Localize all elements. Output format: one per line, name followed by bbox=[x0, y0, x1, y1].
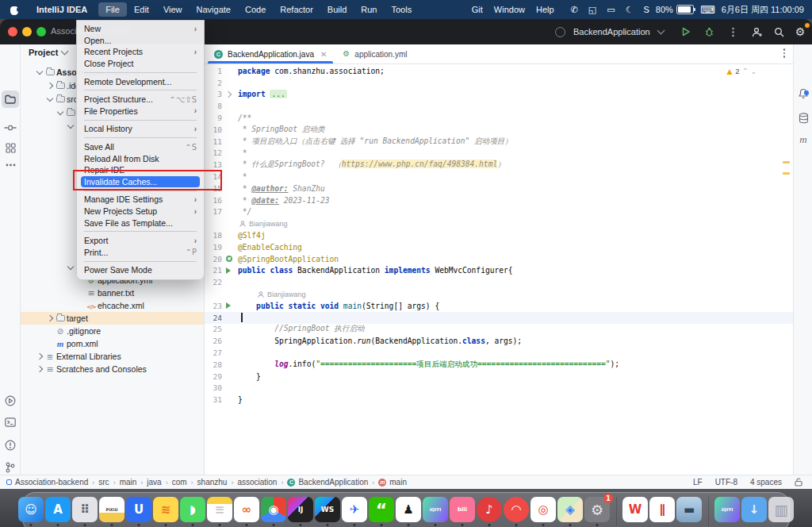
zoom-window-button[interactable] bbox=[36, 27, 46, 37]
evernote-icon[interactable]: ☾ bbox=[626, 6, 634, 14]
menubar-menu-build[interactable]: Build bbox=[320, 2, 354, 17]
breadcrumb-item-java[interactable]: java bbox=[147, 478, 161, 487]
menubar-menu-tools[interactable]: Tools bbox=[385, 2, 419, 17]
dock-icon-tencent-meeting[interactable]: ✈ bbox=[342, 497, 367, 522]
tree-item-external-libraries[interactable]: External Libraries bbox=[21, 350, 205, 363]
tab-options-kebab-icon[interactable] bbox=[783, 48, 786, 58]
scrollbar-warning-mark[interactable] bbox=[783, 161, 790, 163]
dock-icon-minimized-window-preview[interactable]: ▬ bbox=[676, 497, 702, 522]
close-tab-icon[interactable]: ✕ bbox=[320, 50, 327, 59]
more-tools-icon[interactable] bbox=[0, 163, 21, 167]
dock-icon-bilibili[interactable]: bili bbox=[450, 497, 475, 522]
run-configuration-widget[interactable]: BackendApplication bbox=[555, 19, 741, 44]
menubar-menu-window[interactable]: Window bbox=[488, 2, 530, 17]
dock-icon-trash[interactable]: ▥ bbox=[768, 497, 794, 522]
tree-chevron-icon[interactable] bbox=[36, 367, 44, 371]
menubar-menu-git[interactable]: Git bbox=[466, 2, 488, 17]
debug-button[interactable] bbox=[702, 24, 718, 40]
dock-icon-iqiyi-minimized[interactable]: iQIYI bbox=[714, 497, 740, 522]
breadcrumb-item-src[interactable]: src bbox=[98, 478, 109, 487]
menubar-menu-code[interactable]: Code bbox=[238, 2, 273, 17]
dock-icon-white-rings-app[interactable]: ◎ bbox=[530, 497, 556, 522]
add-user-icon[interactable] bbox=[749, 24, 765, 40]
menu-item-remote-development[interactable]: Remote Development... bbox=[77, 75, 204, 87]
dock-icon-pixiu[interactable]: PiXiU bbox=[99, 497, 124, 522]
dock-icon-iqiyi[interactable]: iQIYI bbox=[423, 497, 448, 522]
dock-icon-parallels-desktop[interactable]: ∥ bbox=[649, 497, 675, 522]
maven-tool-icon[interactable]: m bbox=[794, 133, 812, 146]
menubar-menu-file[interactable]: File bbox=[98, 2, 127, 17]
tab-backendapplication-java[interactable]: CBackendApplication.java✕ bbox=[206, 44, 335, 63]
fold-gutter-icon[interactable] bbox=[225, 91, 232, 98]
menu-item-file-properties[interactable]: File Properties› bbox=[77, 106, 204, 117]
tree-item-banner-txt[interactable]: banner.txt bbox=[21, 287, 205, 299]
statusbar-4-spaces[interactable]: 4 spaces bbox=[750, 478, 782, 487]
breadcrumb-item-shanzhu[interactable]: shanzhu bbox=[197, 478, 228, 487]
dock-icon-system-settings[interactable]: ⚙1 bbox=[584, 497, 610, 522]
menubar-datetime[interactable]: 6月6日 周四 11:00:09 bbox=[722, 4, 804, 16]
tree-chevron-icon[interactable] bbox=[36, 71, 44, 74]
tree-chevron-icon[interactable] bbox=[46, 316, 54, 321]
run-gutter-icon[interactable] bbox=[226, 267, 231, 274]
tree-chevron-icon[interactable] bbox=[67, 266, 75, 269]
tree-chevron-icon[interactable] bbox=[36, 354, 44, 359]
run-gutter-icon[interactable] bbox=[226, 302, 231, 309]
close-window-button[interactable] bbox=[8, 27, 17, 37]
tree-chevron-icon[interactable] bbox=[67, 125, 75, 128]
menu-item-export[interactable]: Export› bbox=[77, 235, 204, 247]
project-panel-header[interactable]: Project bbox=[29, 48, 67, 57]
run-config-name[interactable]: BackendApplication bbox=[573, 27, 650, 37]
search-icon[interactable] bbox=[771, 24, 787, 40]
menu-item-new[interactable]: New› bbox=[77, 23, 204, 35]
lock-icon[interactable] bbox=[795, 478, 802, 487]
menu-item-new-projects-setup[interactable]: New Projects Setup› bbox=[77, 206, 204, 217]
menu-item-print[interactable]: Print...⌃P bbox=[77, 247, 204, 259]
dock-icon-netease-cloud-music[interactable]: ♪ bbox=[477, 497, 502, 522]
commit-tool-icon[interactable] bbox=[0, 124, 21, 132]
breadcrumb-item-association-backend[interactable]: Association-backend bbox=[6, 478, 88, 487]
dock-icon-red-circle-app[interactable]: ◠ bbox=[504, 497, 529, 522]
problems-tool-icon[interactable] bbox=[0, 440, 21, 451]
dock-icon-chrome[interactable]: ◉ bbox=[261, 497, 286, 522]
dock-icon-launchpad[interactable]: ⠿ bbox=[72, 497, 98, 522]
code-area[interactable]: 1package com.shanzhu.association;23impor… bbox=[205, 65, 793, 475]
menubar-menu-edit[interactable]: Edit bbox=[127, 2, 156, 17]
wechat-status-icon[interactable]: ✆ bbox=[571, 6, 578, 14]
stacked-windows-icon[interactable]: ◱ bbox=[588, 6, 596, 14]
dock-icon-wechat[interactable]: “ bbox=[369, 497, 394, 522]
menu-item-project-structure[interactable]: Project Structure...⌃⌥⇧S bbox=[77, 94, 204, 106]
menubar-menu-view[interactable]: View bbox=[156, 2, 190, 17]
menu-item-recent-projects[interactable]: Recent Projects› bbox=[77, 46, 204, 58]
tree-item-ehcache-xml[interactable]: ehcache.xml bbox=[21, 299, 205, 312]
tree-item-scratches-and-consoles[interactable]: Scratches and Consoles bbox=[21, 363, 205, 375]
tab-application-yml[interactable]: application.yml bbox=[335, 44, 415, 63]
menu-item-save-all[interactable]: Save All⌃S bbox=[77, 141, 204, 153]
run-button[interactable] bbox=[678, 24, 694, 40]
dock-icon-wps-office[interactable]: W bbox=[622, 497, 648, 522]
menubar-menu-help[interactable]: Help bbox=[530, 2, 560, 17]
tree-chevron-icon[interactable] bbox=[46, 98, 54, 101]
menu-item-open[interactable]: Open... bbox=[77, 35, 204, 47]
dock-icon-futu-niuniu[interactable]: U bbox=[126, 497, 151, 522]
s-app-icon[interactable]: S bbox=[644, 6, 649, 14]
git-tool-icon[interactable] bbox=[0, 462, 21, 473]
dock-icon-xianyu[interactable]: ≋ bbox=[153, 497, 178, 522]
statusbar-utf-8[interactable]: UTF-8 bbox=[715, 478, 737, 487]
menubar-menu-refactor[interactable]: Refactor bbox=[273, 2, 320, 17]
menu-item-reload-all-from-disk[interactable]: Reload All from Disk bbox=[77, 152, 204, 164]
run-tool-icon[interactable] bbox=[0, 395, 21, 406]
display-icon[interactable]: ▭ bbox=[607, 6, 615, 14]
menu-item-close-project[interactable]: Close Project bbox=[77, 58, 204, 70]
dock-icon-finder[interactable]: ☺ bbox=[18, 497, 44, 522]
menu-item-power-save-mode[interactable]: Power Save Mode bbox=[77, 264, 204, 276]
breadcrumb-item-main[interactable]: main bbox=[120, 478, 137, 487]
breadcrumb-item-main[interactable]: mmain bbox=[378, 478, 407, 487]
tree-item-pom-xml[interactable]: pom.xml bbox=[21, 337, 205, 350]
menu-item-save-file-as-template[interactable]: Save File as Template... bbox=[77, 217, 204, 229]
dock-icon-navicat[interactable]: ∞ bbox=[234, 497, 259, 522]
dock-icon-green-bird-app[interactable]: ◗ bbox=[180, 497, 205, 522]
breadcrumb-item-backendapplication[interactable]: CBackendApplication bbox=[287, 478, 368, 487]
dock-icon-downloads-folder[interactable]: ↓ bbox=[741, 497, 767, 522]
menubar-app-name[interactable]: IntelliJ IDEA bbox=[30, 3, 94, 16]
menu-item-manage-ide-settings[interactable]: Manage IDE Settings› bbox=[77, 194, 204, 206]
